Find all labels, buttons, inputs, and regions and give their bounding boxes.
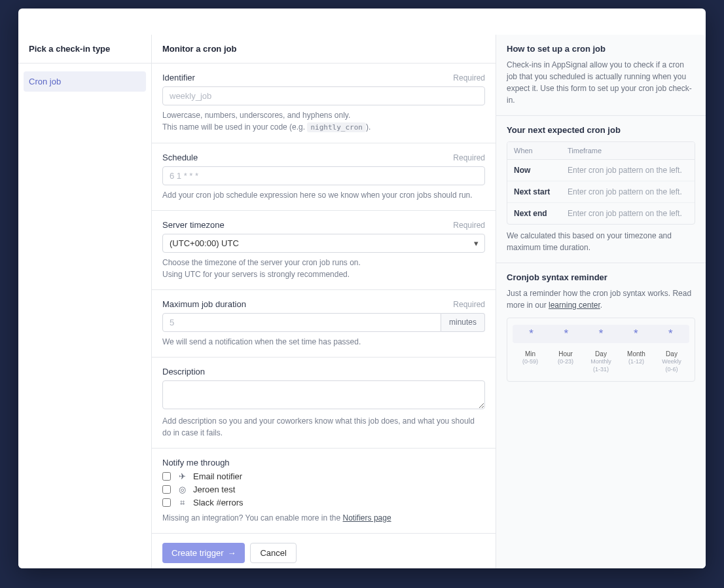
schedule-help: Add your cron job schedule expression he… <box>162 189 485 201</box>
identifier-input[interactable] <box>162 86 485 105</box>
identifier-help: Lowercase, numbers, underscores, and hyp… <box>162 109 485 134</box>
syntax-section: Cronjob syntax reminder Just a reminder … <box>496 263 706 391</box>
help-panel: How to set up a cron job Check-ins in Ap… <box>496 35 706 568</box>
required-badge: Required <box>453 221 485 230</box>
learning-center-link[interactable]: learning center <box>549 301 600 310</box>
duration-unit: minutes <box>441 313 485 332</box>
required-badge: Required <box>453 73 485 83</box>
duration-section: Maximum job duration Required minutes We… <box>152 290 496 358</box>
cron-col-day-week: DayWeekly(0-6) <box>654 350 689 373</box>
arrow-right-icon: → <box>227 548 236 558</box>
target-icon: ◎ <box>177 485 187 494</box>
required-badge: Required <box>453 153 485 162</box>
notify-option-email[interactable]: ✈ Email notifier <box>162 471 485 481</box>
schedule-section: Schedule Required Add your cron job sche… <box>152 143 496 211</box>
notifiers-page-link[interactable]: Notifiers page <box>343 513 391 523</box>
paper-plane-icon: ✈ <box>177 471 187 481</box>
timezone-select[interactable]: (UTC+00:00) UTC <box>162 234 485 253</box>
cron-star: * <box>514 327 549 340</box>
notify-option-jeroen[interactable]: ◎ Jeroen test <box>162 485 485 494</box>
setup-text: Check-ins in AppSignal allow you to chec… <box>507 59 695 106</box>
notify-option-label: Slack #errors <box>193 498 244 507</box>
cron-star: * <box>653 327 688 340</box>
duration-input[interactable] <box>162 313 441 332</box>
cron-star: * <box>549 327 583 340</box>
identifier-section: Identifier Required Lowercase, numbers, … <box>152 64 496 143</box>
notify-checkbox-email[interactable] <box>162 472 171 481</box>
form-header: Monitor a cron job <box>152 35 496 64</box>
cancel-button[interactable]: Cancel <box>250 543 296 563</box>
notify-missing: Missing an integration? You can enable m… <box>162 512 485 524</box>
table-row: Next end Enter cron job pattern on the l… <box>507 203 695 224</box>
setup-help-section: How to set up a cron job Check-ins in Ap… <box>496 35 706 116</box>
setup-title: How to set up a cron job <box>507 44 695 54</box>
expected-section: Your next expected cron job When Timefra… <box>496 116 706 263</box>
expected-table: When Timeframe Now Enter cron job patter… <box>507 141 695 225</box>
identifier-label: Identifier <box>162 73 195 83</box>
cron-star: * <box>583 327 618 340</box>
type-sidebar: Pick a check-in type Cron job <box>18 35 152 568</box>
table-row: Next start Enter cron job pattern on the… <box>507 181 695 203</box>
schedule-label: Schedule <box>162 153 198 162</box>
sidebar-item-cron-job[interactable]: Cron job <box>24 71 146 92</box>
description-help: Add description so you and your coworker… <box>162 415 485 439</box>
duration-help: We will send a notification when the set… <box>162 336 485 348</box>
duration-label: Maximum job duration <box>162 299 246 309</box>
sidebar-header: Pick a check-in type <box>18 35 151 64</box>
cron-star: * <box>619 327 653 340</box>
th-when: When <box>507 142 561 160</box>
schedule-input[interactable] <box>162 166 485 185</box>
notify-checkbox-jeroen[interactable] <box>162 485 171 494</box>
timezone-section: Server timezone Required (UTC+00:00) UTC… <box>152 211 496 290</box>
modal: Pick a check-in type Cron job Monitor a … <box>18 9 706 568</box>
required-badge: Required <box>453 300 485 309</box>
notify-checkbox-slack[interactable] <box>162 498 171 507</box>
notify-option-slack[interactable]: ⌗ Slack #errors <box>162 498 485 508</box>
expected-title: Your next expected cron job <box>507 125 695 135</box>
table-row: Now Enter cron job pattern on the left. <box>507 160 695 181</box>
description-label: Description <box>162 367 205 377</box>
form-panel: Monitor a cron job Identifier Required L… <box>152 35 496 568</box>
cron-diagram: * * * * * Min(0-59) Hour(0-23) DayMonthl… <box>507 318 695 382</box>
notify-option-label: Jeroen test <box>193 485 235 494</box>
slack-icon: ⌗ <box>177 498 187 508</box>
cron-col-hour: Hour(0-23) <box>548 350 583 373</box>
notify-label: Notify me through <box>162 458 230 468</box>
description-section: Description Add description so you and y… <box>152 358 496 449</box>
create-trigger-button[interactable]: Create trigger → <box>162 543 245 563</box>
cron-col-day-month: DayMonthly(1-31) <box>583 350 619 373</box>
timezone-help: Choose the timezone of the server your c… <box>162 257 485 280</box>
syntax-title: Cronjob syntax reminder <box>507 272 695 282</box>
notify-option-label: Email notifier <box>193 471 242 481</box>
timezone-label: Server timezone <box>162 220 225 230</box>
notify-section: Notify me through ✈ Email notifier ◎ Jer… <box>152 449 496 534</box>
cron-col-month: Month(1-12) <box>619 350 654 373</box>
expected-footer: We calculated this based on your timezon… <box>507 230 695 253</box>
description-input[interactable] <box>162 380 485 409</box>
form-actions: Create trigger → Cancel <box>152 534 496 569</box>
cron-col-min: Min(0-59) <box>513 350 548 373</box>
th-timeframe: Timeframe <box>561 142 695 160</box>
syntax-text: Just a reminder how the cron job syntax … <box>507 287 695 311</box>
